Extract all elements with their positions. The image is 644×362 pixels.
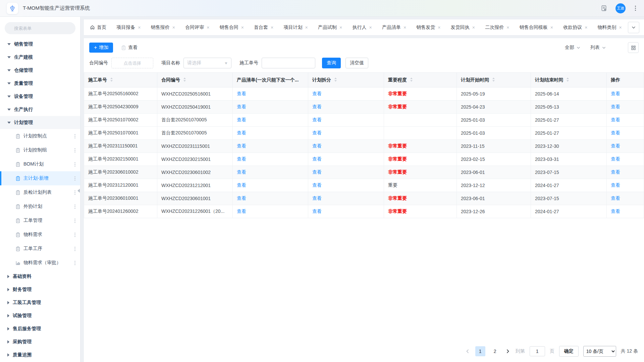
- tab[interactable]: 产品试制 ×: [318, 24, 342, 31]
- contract-picker-input[interactable]: [111, 58, 153, 68]
- tab-close-icon[interactable]: ×: [585, 25, 587, 30]
- item-options-icon[interactable]: [73, 217, 77, 224]
- page-size-select[interactable]: 10 条/页: [583, 346, 616, 357]
- sort-icon[interactable]: [566, 77, 569, 82]
- row-action-view-link[interactable]: 查看: [611, 169, 620, 175]
- product-list-view-link[interactable]: 查看: [237, 117, 246, 122]
- column-header[interactable]: 操作: [607, 73, 644, 87]
- column-header[interactable]: 产品清单(一次只能下发一个...: [233, 73, 308, 87]
- tab-home[interactable]: 首页: [90, 24, 106, 31]
- tab[interactable]: 项目报备 ×: [116, 24, 141, 31]
- plan-split-view-link[interactable]: 查看: [312, 91, 322, 96]
- sidebar-group-item[interactable]: 仓储管理: [0, 64, 80, 77]
- tab[interactable]: 项目计划 ×: [284, 24, 308, 31]
- prev-page-button[interactable]: [465, 348, 471, 354]
- plan-split-view-link[interactable]: 查看: [312, 104, 322, 109]
- column-settings-button[interactable]: [628, 42, 639, 53]
- product-list-view-link[interactable]: 查看: [237, 208, 246, 214]
- tab-close-icon[interactable]: ×: [404, 25, 406, 30]
- tab[interactable]: 合同评审 ×: [185, 24, 209, 31]
- next-page-button[interactable]: [505, 348, 511, 354]
- row-action-view-link[interactable]: 查看: [611, 91, 620, 96]
- column-header[interactable]: 施工单号: [84, 73, 157, 87]
- tab-close-icon[interactable]: ×: [619, 25, 622, 30]
- tab[interactable]: 收款协议 ×: [563, 24, 587, 31]
- tab[interactable]: 二次报价 ×: [485, 24, 509, 31]
- product-list-view-link[interactable]: 查看: [237, 182, 246, 188]
- product-list-view-link[interactable]: 查看: [237, 195, 246, 201]
- confirm-page-button[interactable]: 确定: [559, 346, 579, 357]
- tab[interactable]: 执行人 ×: [352, 24, 372, 31]
- page-number-button[interactable]: 2: [490, 346, 500, 356]
- tab[interactable]: 销售合同 ×: [220, 24, 244, 31]
- tab-close-icon[interactable]: ×: [369, 25, 372, 30]
- sidebar-collapse-handle[interactable]: [77, 186, 81, 195]
- column-header[interactable]: 合同编号: [157, 73, 233, 87]
- clear-button[interactable]: 清空值: [345, 58, 368, 68]
- sidebar-sub-item[interactable]: 工单工序: [0, 242, 80, 256]
- row-action-view-link[interactable]: 查看: [611, 104, 620, 109]
- column-header[interactable]: 计划开始时间: [457, 73, 531, 87]
- tab[interactable]: 发货回执 ×: [451, 24, 475, 31]
- sidebar-sub-item[interactable]: 质检计划列表: [0, 185, 80, 199]
- tab[interactable]: 首台套 ×: [254, 24, 273, 31]
- add-button[interactable]: + 增加: [89, 43, 113, 53]
- plan-split-view-link[interactable]: 查看: [312, 195, 322, 201]
- tab[interactable]: 产品清单 ×: [382, 24, 406, 31]
- layout-dropdown[interactable]: 列表: [590, 45, 606, 51]
- view-button[interactable]: 查看: [121, 45, 138, 51]
- sidebar-group-item[interactable]: 工装工具管理: [0, 296, 80, 309]
- sidebar-sub-item[interactable]: 计划控制组: [0, 143, 80, 157]
- tab-close-icon[interactable]: ×: [506, 25, 509, 30]
- tab-close-icon[interactable]: ×: [207, 25, 209, 30]
- sidebar-sub-item[interactable]: 物料需求（审批）: [0, 256, 80, 270]
- sidebar-sub-item[interactable]: 物料需求: [0, 228, 80, 242]
- row-action-view-link[interactable]: 查看: [611, 117, 620, 122]
- scope-dropdown[interactable]: 全部: [565, 45, 580, 51]
- item-options-icon[interactable]: [73, 189, 77, 196]
- tab-close-icon[interactable]: ×: [550, 25, 553, 30]
- sidebar-group-item[interactable]: 质量追溯: [0, 348, 80, 361]
- sidebar-group-item[interactable]: 试验管理: [0, 309, 80, 322]
- plan-split-view-link[interactable]: 查看: [312, 169, 322, 175]
- product-list-view-link[interactable]: 查看: [237, 91, 246, 96]
- plan-split-view-link[interactable]: 查看: [312, 156, 322, 162]
- row-action-view-link[interactable]: 查看: [611, 182, 620, 188]
- page-number-button[interactable]: 1: [475, 346, 485, 356]
- tab-overflow-button[interactable]: [628, 22, 639, 33]
- tab-close-icon[interactable]: ×: [305, 25, 308, 30]
- item-options-icon[interactable]: [73, 203, 77, 210]
- plan-split-view-link[interactable]: 查看: [312, 130, 322, 135]
- product-list-view-link[interactable]: 查看: [237, 104, 246, 109]
- sidebar-group-item[interactable]: 售后服务管理: [0, 322, 80, 335]
- sidebar-group-item[interactable]: 财务管理: [0, 283, 80, 296]
- item-options-icon[interactable]: [73, 161, 77, 168]
- workorder-input[interactable]: [262, 58, 315, 68]
- sidebar-group-item[interactable]: 基础资料: [0, 270, 80, 283]
- tab-close-icon[interactable]: ×: [339, 25, 342, 30]
- row-action-view-link[interactable]: 查看: [611, 195, 620, 201]
- sidebar-group-item[interactable]: 生产执行: [0, 103, 80, 116]
- tab-close-icon[interactable]: ×: [241, 25, 244, 30]
- sidebar-group-item[interactable]: 采购管理: [0, 335, 80, 348]
- plan-split-view-link[interactable]: 查看: [312, 143, 322, 148]
- row-action-view-link[interactable]: 查看: [611, 143, 620, 148]
- item-options-icon[interactable]: [73, 147, 77, 154]
- sort-icon[interactable]: [183, 77, 186, 82]
- item-options-icon[interactable]: [73, 133, 77, 140]
- tab-close-icon[interactable]: ×: [438, 25, 440, 30]
- tab[interactable]: 物料类别 ×: [598, 24, 622, 31]
- sidebar-group-item[interactable]: 销售管理: [0, 38, 80, 51]
- column-header[interactable]: 计划结束时间: [531, 73, 607, 87]
- sidebar-group-item[interactable]: 质量管理: [0, 77, 80, 90]
- more-menu-icon[interactable]: [634, 4, 637, 12]
- row-action-view-link[interactable]: 查看: [611, 156, 620, 162]
- item-options-icon[interactable]: [73, 175, 77, 182]
- column-header[interactable]: 计划拆分: [308, 73, 384, 87]
- sidebar-sub-item[interactable]: 主计划-新增: [0, 171, 80, 185]
- sidebar-group-item[interactable]: 设备管理: [0, 90, 80, 103]
- item-options-icon[interactable]: [73, 245, 77, 252]
- sort-icon[interactable]: [492, 77, 495, 82]
- sort-icon[interactable]: [334, 77, 337, 82]
- sidebar-sub-item[interactable]: BOM计划: [0, 157, 80, 171]
